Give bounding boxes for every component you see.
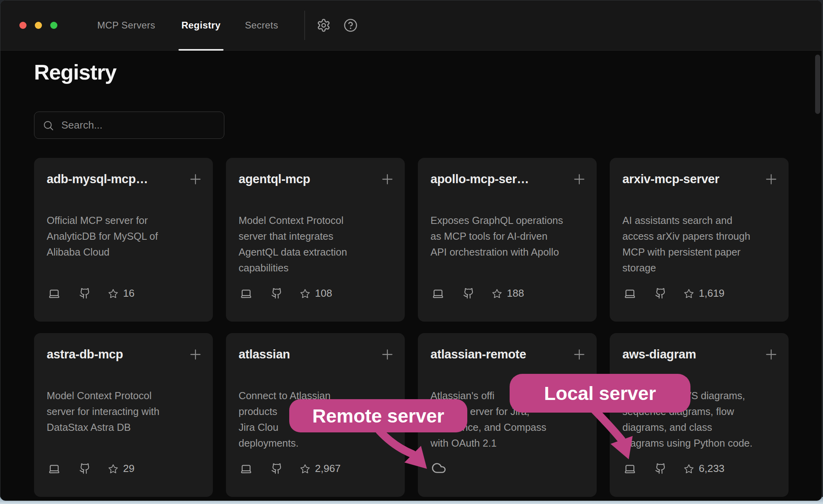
- active-tab-underline: [178, 49, 224, 51]
- server-name: adb-mysql-mcp…: [47, 172, 148, 186]
- tab-registry[interactable]: Registry: [181, 0, 220, 50]
- plus-icon: [379, 171, 395, 187]
- add-server-button[interactable]: [571, 347, 587, 362]
- star-icon: [300, 288, 310, 299]
- laptop-icon: [48, 288, 60, 299]
- github-icon[interactable]: [463, 288, 474, 299]
- gear-icon: [317, 18, 331, 32]
- server-name: astra-db-mcp: [47, 347, 123, 362]
- star-count: 29: [123, 462, 135, 475]
- server-card-adb-mysql-mcp[interactable]: adb-mysql-mcp… Official MCP server forAn…: [34, 158, 213, 322]
- server-meta: 29: [48, 462, 135, 475]
- star-count: 108: [315, 287, 332, 299]
- server-card-astra-db-mcp[interactable]: astra-db-mcp Model Context Protocolserve…: [34, 333, 213, 497]
- server-card-apollo-mcp-server[interactable]: apollo-mcp-ser… Exposes GraphQL operatio…: [418, 158, 597, 322]
- app-window: MCP Servers Registry Secrets Registry ad…: [0, 0, 822, 501]
- search-box[interactable]: [34, 112, 224, 139]
- settings-button[interactable]: [317, 18, 331, 32]
- traffic-light-zoom[interactable]: [50, 22, 57, 29]
- server-name: apollo-mcp-ser…: [430, 172, 529, 186]
- traffic-light-close[interactable]: [19, 22, 27, 29]
- star-count: 188: [507, 287, 524, 299]
- plus-icon: [763, 347, 779, 362]
- cloud-icon: [431, 460, 446, 476]
- server-name: arxiv-mcp-server: [622, 172, 719, 186]
- star-count: 1,619: [699, 287, 724, 299]
- traffic-light-minimize[interactable]: [35, 22, 42, 29]
- github-icon[interactable]: [271, 463, 283, 474]
- server-name: atlassian-remote: [430, 347, 526, 362]
- server-meta: 108: [240, 287, 332, 299]
- server-card-grid: adb-mysql-mcp… Official MCP server forAn…: [34, 158, 789, 497]
- server-meta: 1,619: [624, 287, 724, 299]
- github-icon[interactable]: [655, 288, 666, 299]
- titlebar-divider: [304, 11, 305, 40]
- star-icon: [108, 288, 118, 299]
- add-server-button[interactable]: [379, 171, 395, 187]
- laptop-icon: [48, 463, 60, 475]
- add-server-button[interactable]: [763, 171, 779, 187]
- add-server-button[interactable]: [763, 347, 779, 362]
- star-count: 6,233: [699, 462, 724, 475]
- add-server-button[interactable]: [188, 347, 203, 362]
- server-description: Exposes GraphQL operationsas MCP tools f…: [430, 212, 586, 260]
- server-name: atlassian: [239, 347, 290, 362]
- laptop-icon: [624, 463, 636, 475]
- star-icon: [108, 464, 118, 474]
- server-description: Model Context Protocolserver that integr…: [239, 212, 394, 276]
- add-server-button[interactable]: [571, 171, 587, 187]
- plus-icon: [188, 347, 203, 362]
- plus-icon: [379, 347, 395, 362]
- laptop-icon: [432, 288, 444, 299]
- server-description: Official MCP server forAnalyticDB for My…: [47, 212, 202, 260]
- tab-mcp-servers[interactable]: MCP Servers: [97, 0, 155, 50]
- star-icon: [492, 288, 502, 299]
- server-description: Model Context Protocolserver for interac…: [47, 388, 202, 435]
- laptop-icon: [240, 288, 252, 299]
- search-input[interactable]: [61, 119, 216, 132]
- github-icon[interactable]: [271, 288, 283, 299]
- github-icon[interactable]: [79, 288, 91, 299]
- laptop-icon: [624, 288, 636, 299]
- page-title: Registry: [34, 60, 116, 84]
- star-icon: [684, 464, 694, 474]
- laptop-icon: [240, 463, 252, 475]
- help-button[interactable]: [343, 18, 358, 32]
- star-count: 2,967: [315, 462, 341, 475]
- server-description: AI assistants search andaccess arXiv pap…: [622, 212, 777, 276]
- remote-server-callout: Remote server: [289, 399, 467, 432]
- server-meta: 16: [48, 287, 135, 299]
- github-icon[interactable]: [79, 463, 91, 474]
- server-meta: 2,967: [240, 462, 341, 475]
- search-icon: [42, 119, 54, 131]
- scrollbar-thumb[interactable]: [815, 55, 820, 114]
- plus-icon: [571, 347, 587, 362]
- add-server-button[interactable]: [379, 347, 395, 362]
- github-icon[interactable]: [655, 463, 666, 474]
- server-card-agentql-mcp[interactable]: agentql-mcp Model Context Protocolserver…: [226, 158, 405, 322]
- server-meta: 188: [432, 287, 524, 299]
- star-icon: [684, 288, 694, 299]
- local-server-callout: Local server: [510, 374, 690, 413]
- plus-icon: [188, 171, 203, 187]
- plus-icon: [571, 171, 587, 187]
- star-icon: [300, 464, 310, 474]
- help-icon: [343, 18, 358, 32]
- server-card-arxiv-mcp-server[interactable]: arxiv-mcp-server AI assistants search an…: [610, 158, 789, 322]
- titlebar: MCP Servers Registry Secrets: [0, 0, 822, 51]
- server-meta: 6,233: [624, 462, 724, 475]
- server-name: aws-diagram: [622, 347, 696, 362]
- server-meta: [431, 460, 446, 476]
- server-card-aws-diagram[interactable]: aws-diagram AWS diagrams, sequence diagr…: [610, 333, 789, 497]
- server-name: agentql-mcp: [239, 172, 310, 186]
- plus-icon: [763, 171, 779, 187]
- tab-secrets[interactable]: Secrets: [245, 0, 278, 50]
- star-count: 16: [123, 287, 135, 299]
- add-server-button[interactable]: [188, 171, 203, 187]
